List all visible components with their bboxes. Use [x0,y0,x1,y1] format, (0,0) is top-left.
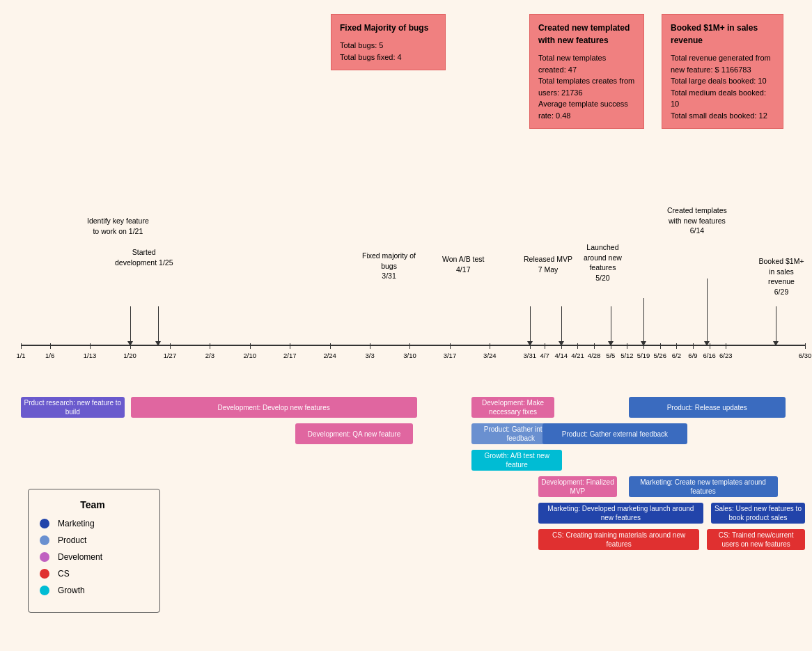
templates-card: Created new templated with new featuresT… [529,14,644,129]
tick-label-5/19: 5/19 [637,352,650,359]
milestone-label-ml5: Released MVP 7 May [524,254,572,274]
tick-1/1 [21,343,22,349]
milestone-label-ml1: Identify key feature to work on 1/21 [87,216,149,236]
bugs-card-line: Total bugs: 5 [340,40,437,52]
marker-line-6 [707,279,708,341]
gantt-bar-g8: Growth: A/B test new feature [471,450,561,471]
revenue-card-line: Total small deals booked: 12 [671,110,774,122]
legend-item-develoment: Develoment [40,552,146,562]
tick-label-5/26: 5/26 [653,352,666,359]
tick-4/21 [577,343,578,349]
tick-label-2/24: 2/24 [323,352,336,359]
tick-1/27 [170,343,171,349]
tick-label-1/1: 1/1 [16,352,25,359]
templates-card-line: Total new templates created: 47 [538,52,635,75]
gantt-bar-g10: Marketing: Create new templates around f… [629,476,778,497]
tick-4/28 [594,343,595,349]
marker-line-1 [158,306,159,341]
tick-label-1/6: 1/6 [45,352,54,359]
tick-label-4/14: 4/14 [555,352,568,359]
gantt-bar-g9: Development: Finalized MVP [538,476,617,497]
tick-label-6/9: 6/9 [688,352,697,359]
tick-label-3/3: 3/3 [365,352,374,359]
timeline-line [21,345,805,346]
timeline-container: Identify key feature to work on 1/21Star… [21,195,805,376]
gantt-bar-g2: Development: Develop new features [131,397,417,418]
bugs-card-title: Fixed Majority of bugs [340,22,437,34]
marker-arrow-3 [559,341,564,346]
templates-card-title: Created new templated with new features [538,22,635,47]
tick-label-3/31: 3/31 [524,352,537,359]
tick-label-4/28: 4/28 [588,352,601,359]
revenue-card-line: Total medium deals booked: 10 [671,87,774,110]
tick-label-1/27: 1/27 [164,352,177,359]
gantt-bar-g1: Prduct research: new feature to build [21,397,125,418]
tick-4/7 [545,343,545,349]
gantt-bar-g13: CS: Creating training materials around n… [538,529,699,550]
gantt-bar-g11: Marketing: Developed marketing launch ar… [538,503,703,524]
legend-title: Team [40,499,146,510]
marker-arrow-4 [608,341,614,346]
legend-item-marketing: Marketing [40,519,146,528]
marker-arrow-6 [704,341,710,346]
milestone-label-ml3: Fixed majority of bugs 3/31 [362,251,416,281]
marker-arrow-1 [155,341,161,346]
tick-3/17 [450,343,451,349]
marker-line-2 [530,306,531,341]
marker-arrow-7 [773,341,779,346]
legend-dot-develoment [40,552,49,562]
tick-2/3 [210,343,210,349]
milestone-label-ml2: Started development 1/25 [115,247,173,267]
revenue-card-title: Booked $1M+ in sales revenue [671,22,774,47]
legend-dot-cs [40,569,49,579]
tick-1/6 [50,343,51,349]
milestone-label-ml6: Launched around new features 5/20 [584,242,622,283]
templates-card-line: Total templates creates from users: 2173… [538,75,635,98]
marker-arrow-2 [527,341,533,346]
tick-label-6/2: 6/2 [672,352,681,359]
tick-label-6/16: 6/16 [703,352,716,359]
tick-label-3/10: 3/10 [403,352,416,359]
tick-label-1/13: 1/13 [84,352,97,359]
milestone-label-ml8: Booked $1M+ in sales revenue 6/29 [758,256,805,297]
tick-label-5/5: 5/5 [606,352,615,359]
tick-label-4/21: 4/21 [571,352,584,359]
legend-item-product: Product [40,535,146,545]
gantt-bar-g3: Development: Make necessary fixes [471,397,554,418]
tick-label-6/30: 6/30 [799,352,812,359]
marker-line-5 [643,298,644,341]
legend-label-product: Product [58,535,86,545]
revenue-card-line: Total revenue generated from new feature… [671,52,774,75]
tick-6/2 [676,343,677,349]
templates-card-line: Average template success rate: 0.48 [538,98,635,121]
legend-item-growth: Growth [40,586,146,595]
tick-label-3/24: 3/24 [483,352,497,359]
tick-label-6/23: 6/23 [719,352,733,359]
tick-2/24 [330,343,331,349]
gantt-bar-g7: Product: Gather external feedback [542,423,687,444]
tick-6/23 [726,343,726,349]
tick-label-2/3: 2/3 [205,352,214,359]
legend: TeamMarketingProductDevelomentCSGrowth [28,489,160,613]
legend-dot-growth [40,586,49,595]
tick-label-1/20: 1/20 [123,352,136,359]
legend-label-develoment: Develoment [58,552,102,562]
gantt-bar-g14: CS: Trained new/current users on new fea… [707,529,805,550]
tick-5/26 [660,343,661,349]
tick-6/9 [693,343,694,349]
tick-5/12 [627,343,627,349]
legend-label-marketing: Marketing [58,519,95,528]
tick-2/10 [250,343,251,349]
revenue-card-line: Total large deals booked: 10 [671,75,774,87]
marker-line-0 [130,306,131,341]
tick-3/24 [490,343,490,349]
gantt-bar-g4: Product: Release updates [629,397,786,418]
tick-1/13 [90,343,91,349]
marker-line-4 [611,306,611,341]
marker-line-3 [561,306,562,341]
tick-label-5/12: 5/12 [620,352,634,359]
bugs-card: Fixed Majority of bugsTotal bugs: 5Total… [331,14,446,70]
marker-line-7 [776,306,776,341]
revenue-card: Booked $1M+ in sales revenueTotal revenu… [662,14,783,129]
tick-2/17 [290,343,290,349]
